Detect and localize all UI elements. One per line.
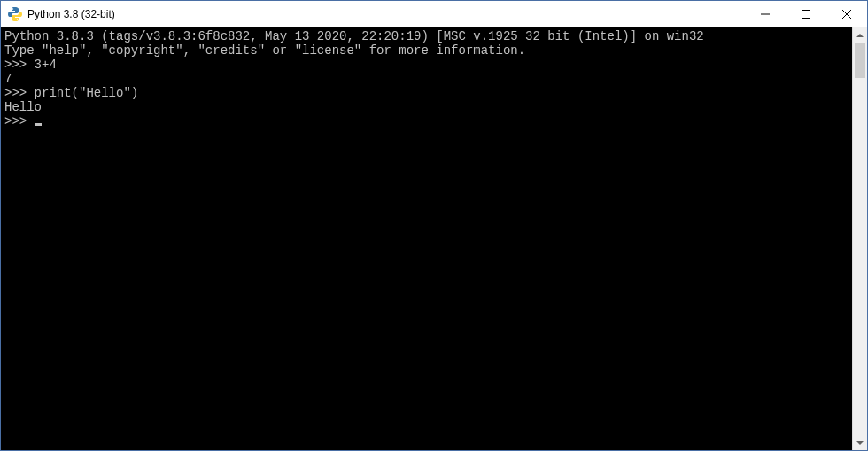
- prompt: >>>: [4, 86, 35, 100]
- vertical-scrollbar[interactable]: [852, 27, 867, 450]
- banner-line: Python 3.8.3 (tags/v3.8.3:6f8c832, May 1…: [4, 29, 849, 43]
- application-window: Python 3.8 (32-bit) Python 3.8.3 (tags/v…: [0, 0, 868, 451]
- svg-rect-3: [802, 10, 810, 18]
- svg-point-0: [12, 8, 13, 9]
- window-controls: [745, 1, 867, 27]
- output-line: 7: [4, 72, 849, 86]
- scroll-up-arrow-icon[interactable]: [853, 27, 867, 43]
- svg-marker-7: [856, 441, 864, 445]
- repl-line: >>> 3+4: [4, 58, 849, 72]
- prompt: >>>: [4, 114, 35, 128]
- banner-line: Type "help", "copyright", "credits" or "…: [4, 43, 849, 58]
- console-content[interactable]: Python 3.8.3 (tags/v3.8.3:6f8c832, May 1…: [1, 27, 852, 450]
- maximize-button[interactable]: [786, 1, 826, 27]
- scroll-down-arrow-icon[interactable]: [853, 435, 867, 450]
- user-input: print("Hello"): [35, 86, 139, 100]
- minimize-button[interactable]: [745, 1, 786, 27]
- user-input: 3+4: [35, 58, 57, 72]
- python-icon: [8, 7, 22, 21]
- window-title: Python 3.8 (32-bit): [27, 8, 745, 20]
- close-button[interactable]: [826, 1, 867, 27]
- scroll-track[interactable]: [853, 43, 867, 435]
- svg-marker-6: [856, 34, 864, 37]
- scroll-thumb[interactable]: [855, 43, 865, 78]
- repl-line: >>> print("Hello"): [4, 86, 849, 100]
- cursor-icon: [35, 123, 42, 126]
- console-area: Python 3.8.3 (tags/v3.8.3:6f8c832, May 1…: [1, 27, 867, 450]
- titlebar[interactable]: Python 3.8 (32-bit): [1, 1, 867, 27]
- prompt: >>>: [4, 58, 35, 72]
- repl-line: >>>: [4, 114, 849, 128]
- output-line: Hello: [4, 100, 849, 114]
- svg-point-1: [17, 19, 18, 19]
